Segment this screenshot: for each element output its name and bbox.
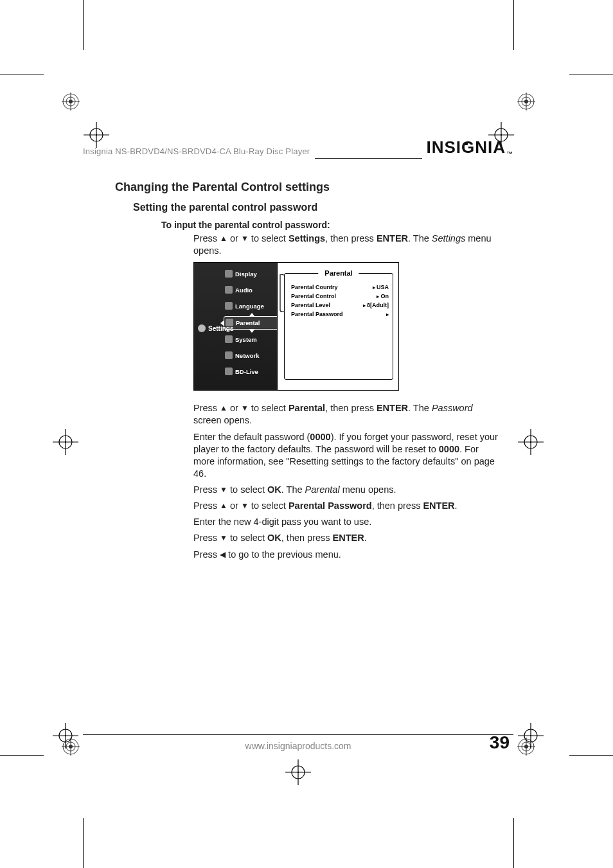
down-arrow-icon: ▼: [241, 234, 249, 244]
down-arrow-icon: ▼: [220, 533, 227, 544]
step-8: Press ◀ to go to the previous menu.: [193, 549, 499, 561]
osd-panel-title: Parental: [318, 269, 359, 277]
product-line: Insignia NS-BRDVD4/NS-BRDVD4-CA Blu-Ray …: [83, 146, 310, 157]
system-icon: [225, 335, 233, 343]
footer-rule: [83, 734, 513, 735]
crosshair-mark-icon: [53, 429, 78, 455]
osd-menu-display: Display: [224, 268, 280, 280]
gear-icon: [198, 324, 206, 332]
step-5: Press ▲ or ▼ to select Parental Password…: [193, 500, 499, 512]
trademark-symbol: ™: [506, 150, 513, 157]
bdlive-icon: [225, 368, 233, 375]
step-7: Press ▼ to select OK, then press ENTER.: [193, 532, 499, 544]
procedure-heading: To input the parental control password:: [161, 220, 507, 230]
step-2: Press ▲ or ▼ to select Parental, then pr…: [193, 402, 499, 427]
crosshair-mark-icon: [518, 723, 544, 748]
network-icon: [225, 351, 233, 359]
language-icon: [225, 302, 233, 310]
parental-icon: [226, 319, 233, 326]
osd-row: Parental Password: [291, 311, 389, 317]
step-3: Enter the default password (0000). If yo…: [193, 431, 499, 481]
header-rule: [315, 158, 422, 159]
osd-menu-system: System: [224, 333, 280, 346]
brand-dot-icon: [465, 142, 468, 145]
brand-text: INSIGNIA: [426, 137, 506, 157]
crosshair-mark-icon: [53, 723, 78, 748]
osd-row: Parental CountryUSA: [291, 284, 389, 290]
osd-row: Parental ControlOn: [291, 293, 389, 299]
osd-panel: Parental Parental CountryUSA Parental Co…: [284, 273, 393, 380]
left-arrow-icon: ◀: [220, 550, 226, 560]
up-arrow-icon: ▲: [220, 403, 227, 414]
page-content: Insignia NS-BRDVD4/NS-BRDVD4-CA Blu-Ray …: [83, 75, 513, 756]
registration-mark-icon: [62, 93, 80, 111]
down-arrow-icon: ▼: [241, 403, 249, 414]
page-number: 39: [490, 732, 510, 753]
osd-menu-network: Network: [224, 350, 280, 362]
step-1: Press ▲ or ▼ to select Settings, then pr…: [193, 233, 499, 257]
step-6: Enter the new 4-digit pass you want to u…: [193, 516, 499, 528]
crosshair-mark-icon: [518, 429, 544, 455]
page-footer: www.insigniaproducts.com 39: [83, 734, 513, 752]
crosshair-mark-icon: [285, 759, 311, 785]
page-header: Insignia NS-BRDVD4/NS-BRDVD4-CA Blu-Ray …: [83, 137, 513, 157]
content-body: Changing the Parental Control settings S…: [83, 181, 513, 561]
osd-menu-bdlive: BD-Live: [224, 366, 280, 378]
footer-url: www.insigniaproducts.com: [245, 741, 351, 751]
osd-screenshot: Settings Display Audio Language Parental…: [193, 262, 507, 391]
up-arrow-icon: ▲: [220, 501, 227, 511]
step-4: Press ▼ to select OK. The Parental menu …: [193, 484, 499, 496]
registration-mark-icon: [517, 93, 535, 111]
section-heading: Changing the Parental Control settings: [115, 181, 507, 194]
down-arrow-icon: ▼: [220, 485, 227, 495]
subsection-heading: Setting the parental control password: [133, 202, 507, 213]
osd-menu-language: Language: [224, 300, 280, 312]
osd-menu-parental: Parental: [224, 316, 280, 330]
display-icon: [225, 270, 233, 278]
osd-menu-audio: Audio: [224, 284, 280, 296]
down-arrow-icon: ▼: [241, 501, 249, 511]
audio-icon: [225, 286, 233, 294]
up-arrow-icon: ▲: [220, 234, 227, 244]
brand-logo: INSIGNIA ™: [426, 137, 513, 157]
osd-row: Parental Level8[Adult]: [291, 302, 389, 308]
osd-menu: Display Audio Language Parental System N…: [224, 268, 280, 382]
